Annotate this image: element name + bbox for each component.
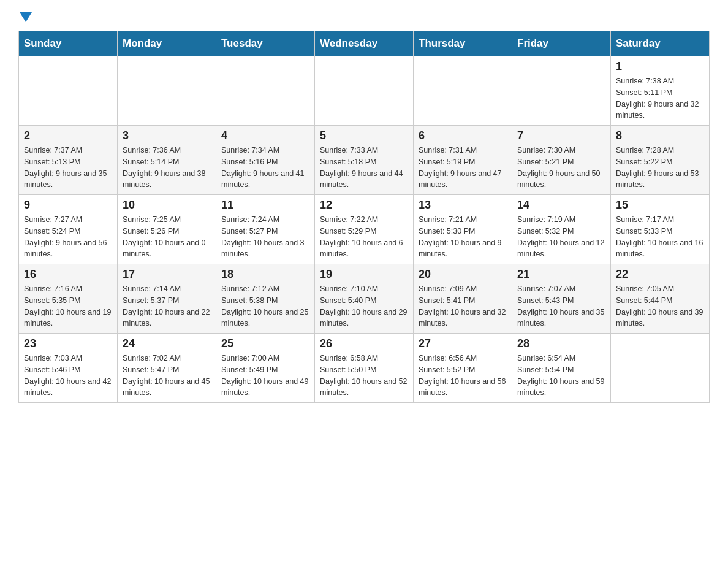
calendar-cell: 10Sunrise: 7:25 AM Sunset: 5:26 PM Dayli… <box>118 195 216 264</box>
day-info: Sunrise: 7:03 AM Sunset: 5:46 PM Dayligh… <box>24 353 112 399</box>
calendar-cell: 4Sunrise: 7:34 AM Sunset: 5:16 PM Daylig… <box>216 126 315 195</box>
calendar-cell: 25Sunrise: 7:00 AM Sunset: 5:49 PM Dayli… <box>216 334 315 403</box>
calendar-cell: 21Sunrise: 7:07 AM Sunset: 5:43 PM Dayli… <box>512 264 611 334</box>
header-wednesday: Wednesday <box>315 31 414 56</box>
calendar-cell: 24Sunrise: 7:02 AM Sunset: 5:47 PM Dayli… <box>118 334 216 403</box>
day-number: 20 <box>419 268 507 281</box>
day-info: Sunrise: 7:25 AM Sunset: 5:26 PM Dayligh… <box>123 214 211 260</box>
day-info: Sunrise: 7:37 AM Sunset: 5:13 PM Dayligh… <box>24 145 112 191</box>
day-number: 27 <box>419 337 507 350</box>
day-number: 21 <box>517 268 605 281</box>
calendar-week-row: 2Sunrise: 7:37 AM Sunset: 5:13 PM Daylig… <box>19 126 710 195</box>
day-number: 17 <box>123 268 211 281</box>
header-thursday: Thursday <box>414 31 512 56</box>
day-info: Sunrise: 7:30 AM Sunset: 5:21 PM Dayligh… <box>517 145 605 191</box>
day-number: 4 <box>221 129 309 142</box>
calendar-cell: 13Sunrise: 7:21 AM Sunset: 5:30 PM Dayli… <box>414 195 512 264</box>
day-info: Sunrise: 6:58 AM Sunset: 5:50 PM Dayligh… <box>320 353 408 399</box>
calendar-cell: 5Sunrise: 7:33 AM Sunset: 5:18 PM Daylig… <box>315 126 414 195</box>
day-info: Sunrise: 7:27 AM Sunset: 5:24 PM Dayligh… <box>24 214 112 260</box>
calendar-cell: 27Sunrise: 6:56 AM Sunset: 5:52 PM Dayli… <box>414 334 512 403</box>
calendar-cell <box>216 56 315 126</box>
day-info: Sunrise: 6:54 AM Sunset: 5:54 PM Dayligh… <box>517 353 605 399</box>
calendar-cell: 17Sunrise: 7:14 AM Sunset: 5:37 PM Dayli… <box>118 264 216 334</box>
calendar-header-row: Sunday Monday Tuesday Wednesday Thursday… <box>19 31 710 56</box>
calendar-cell <box>315 56 414 126</box>
day-info: Sunrise: 7:09 AM Sunset: 5:41 PM Dayligh… <box>419 283 507 329</box>
calendar-cell: 11Sunrise: 7:24 AM Sunset: 5:27 PM Dayli… <box>216 195 315 264</box>
logo-triangle-icon <box>20 12 32 25</box>
day-number: 2 <box>24 129 112 142</box>
day-number: 11 <box>221 199 309 212</box>
day-number: 16 <box>24 268 112 281</box>
header-monday: Monday <box>118 31 216 56</box>
page-header <box>18 12 710 25</box>
day-number: 6 <box>419 129 507 142</box>
calendar-cell: 12Sunrise: 7:22 AM Sunset: 5:29 PM Dayli… <box>315 195 414 264</box>
svg-marker-0 <box>20 12 32 22</box>
calendar-week-row: 1Sunrise: 7:38 AM Sunset: 5:11 PM Daylig… <box>19 56 710 126</box>
calendar-cell: 20Sunrise: 7:09 AM Sunset: 5:41 PM Dayli… <box>414 264 512 334</box>
calendar-cell <box>512 56 611 126</box>
calendar-cell <box>414 56 512 126</box>
day-number: 25 <box>221 337 309 350</box>
calendar-cell: 3Sunrise: 7:36 AM Sunset: 5:14 PM Daylig… <box>118 126 216 195</box>
day-number: 3 <box>123 129 211 142</box>
calendar-cell: 28Sunrise: 6:54 AM Sunset: 5:54 PM Dayli… <box>512 334 611 403</box>
day-number: 19 <box>320 268 408 281</box>
calendar-cell <box>19 56 118 126</box>
calendar-cell <box>611 334 710 403</box>
day-info: Sunrise: 7:07 AM Sunset: 5:43 PM Dayligh… <box>517 283 605 329</box>
day-info: Sunrise: 7:19 AM Sunset: 5:32 PM Dayligh… <box>517 214 605 260</box>
day-info: Sunrise: 7:14 AM Sunset: 5:37 PM Dayligh… <box>123 283 211 329</box>
day-number: 22 <box>616 268 704 281</box>
calendar-week-row: 9Sunrise: 7:27 AM Sunset: 5:24 PM Daylig… <box>19 195 710 264</box>
day-number: 18 <box>221 268 309 281</box>
calendar-cell: 19Sunrise: 7:10 AM Sunset: 5:40 PM Dayli… <box>315 264 414 334</box>
day-number: 5 <box>320 129 408 142</box>
calendar-cell: 15Sunrise: 7:17 AM Sunset: 5:33 PM Dayli… <box>611 195 710 264</box>
day-info: Sunrise: 7:10 AM Sunset: 5:40 PM Dayligh… <box>320 283 408 329</box>
header-sunday: Sunday <box>19 31 118 56</box>
calendar-cell: 2Sunrise: 7:37 AM Sunset: 5:13 PM Daylig… <box>19 126 118 195</box>
day-info: Sunrise: 7:00 AM Sunset: 5:49 PM Dayligh… <box>221 353 309 399</box>
calendar-cell: 7Sunrise: 7:30 AM Sunset: 5:21 PM Daylig… <box>512 126 611 195</box>
logo <box>18 12 32 25</box>
calendar-cell <box>118 56 216 126</box>
calendar-table: Sunday Monday Tuesday Wednesday Thursday… <box>18 31 710 403</box>
calendar-cell: 9Sunrise: 7:27 AM Sunset: 5:24 PM Daylig… <box>19 195 118 264</box>
day-info: Sunrise: 7:21 AM Sunset: 5:30 PM Dayligh… <box>419 214 507 260</box>
calendar-cell: 26Sunrise: 6:58 AM Sunset: 5:50 PM Dayli… <box>315 334 414 403</box>
day-number: 13 <box>419 199 507 212</box>
header-saturday: Saturday <box>611 31 710 56</box>
day-info: Sunrise: 7:02 AM Sunset: 5:47 PM Dayligh… <box>123 353 211 399</box>
calendar-cell: 22Sunrise: 7:05 AM Sunset: 5:44 PM Dayli… <box>611 264 710 334</box>
day-number: 15 <box>616 199 704 212</box>
day-info: Sunrise: 7:28 AM Sunset: 5:22 PM Dayligh… <box>616 145 704 191</box>
calendar-week-row: 16Sunrise: 7:16 AM Sunset: 5:35 PM Dayli… <box>19 264 710 334</box>
day-info: Sunrise: 7:22 AM Sunset: 5:29 PM Dayligh… <box>320 214 408 260</box>
day-number: 12 <box>320 199 408 212</box>
calendar-cell: 16Sunrise: 7:16 AM Sunset: 5:35 PM Dayli… <box>19 264 118 334</box>
day-number: 28 <box>517 337 605 350</box>
day-info: Sunrise: 7:31 AM Sunset: 5:19 PM Dayligh… <box>419 145 507 191</box>
day-info: Sunrise: 7:36 AM Sunset: 5:14 PM Dayligh… <box>123 145 211 191</box>
day-info: Sunrise: 7:24 AM Sunset: 5:27 PM Dayligh… <box>221 214 309 260</box>
day-number: 7 <box>517 129 605 142</box>
calendar-cell: 8Sunrise: 7:28 AM Sunset: 5:22 PM Daylig… <box>611 126 710 195</box>
day-number: 1 <box>616 60 704 73</box>
calendar-cell: 6Sunrise: 7:31 AM Sunset: 5:19 PM Daylig… <box>414 126 512 195</box>
day-info: Sunrise: 7:12 AM Sunset: 5:38 PM Dayligh… <box>221 283 309 329</box>
day-number: 10 <box>123 199 211 212</box>
day-number: 24 <box>123 337 211 350</box>
day-number: 23 <box>24 337 112 350</box>
header-tuesday: Tuesday <box>216 31 315 56</box>
day-info: Sunrise: 6:56 AM Sunset: 5:52 PM Dayligh… <box>419 353 507 399</box>
day-number: 26 <box>320 337 408 350</box>
calendar-week-row: 23Sunrise: 7:03 AM Sunset: 5:46 PM Dayli… <box>19 334 710 403</box>
calendar-cell: 18Sunrise: 7:12 AM Sunset: 5:38 PM Dayli… <box>216 264 315 334</box>
day-number: 9 <box>24 199 112 212</box>
day-info: Sunrise: 7:05 AM Sunset: 5:44 PM Dayligh… <box>616 283 704 329</box>
day-number: 14 <box>517 199 605 212</box>
day-info: Sunrise: 7:16 AM Sunset: 5:35 PM Dayligh… <box>24 283 112 329</box>
